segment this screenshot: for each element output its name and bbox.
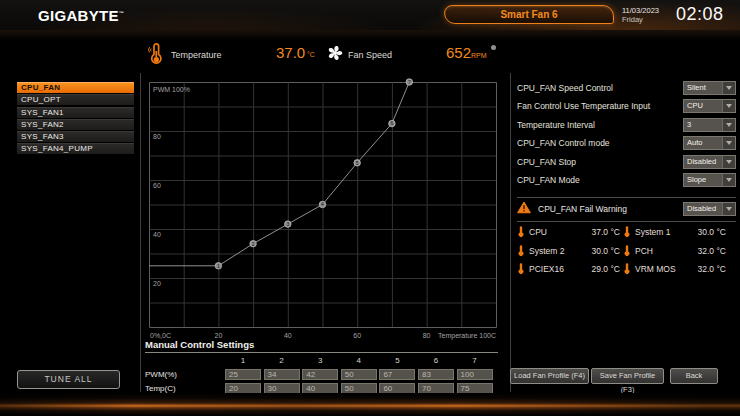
temperature-label: Temperature bbox=[171, 50, 222, 60]
sensor-value: 29.0 °C bbox=[592, 264, 623, 274]
sidebar-item-sys_fan2[interactable]: SYS_FAN2 bbox=[17, 119, 134, 130]
pwm-row-cell-6[interactable]: 83 bbox=[418, 369, 454, 380]
curve-point-7[interactable]: 7 bbox=[406, 79, 413, 86]
thermometer-mini-icon bbox=[517, 263, 525, 275]
sensor-pciex16: PCIEX1629.0 °C bbox=[517, 263, 623, 275]
sidebar-item-sys_fan4_pump[interactable]: SYS_FAN4_PUMP bbox=[17, 143, 134, 154]
chevron-down-icon[interactable] bbox=[722, 119, 735, 131]
pwm-row-label: PWM(%) bbox=[145, 369, 177, 380]
panel-separator-top bbox=[517, 197, 736, 198]
svg-text:PWM 100%: PWM 100% bbox=[153, 86, 190, 93]
manual-column-headers: 1234567 bbox=[145, 356, 498, 366]
chevron-down-icon[interactable] bbox=[722, 174, 735, 186]
svg-text:7: 7 bbox=[408, 79, 411, 85]
dropdown-temperature-interval[interactable]: 3 bbox=[683, 118, 736, 132]
chevron-down-icon[interactable] bbox=[722, 82, 735, 94]
svg-text:40: 40 bbox=[153, 231, 161, 238]
sensor-cpu: CPU37.0 °C bbox=[517, 226, 623, 238]
dropdown-cpu-fan-mode[interactable]: Slope bbox=[683, 173, 736, 187]
svg-text:20: 20 bbox=[153, 280, 161, 287]
setting-row-cpu-fan-mode: CPU_FAN ModeSlope bbox=[517, 173, 736, 188]
pwm-row-cell-5[interactable]: 67 bbox=[379, 369, 415, 380]
sensor-label: System 2 bbox=[529, 246, 564, 256]
manual-column-6: 6 bbox=[418, 356, 454, 365]
temperature-unit: °C bbox=[307, 51, 315, 58]
dropdown-fan-control-use-temperature-input[interactable]: CPU bbox=[683, 99, 736, 113]
manual-title: Manual Control Settings bbox=[145, 339, 498, 353]
sensor-label: PCIEX16 bbox=[529, 264, 564, 274]
pwm-row-cell-4[interactable]: 50 bbox=[341, 369, 377, 380]
setting-label: CPU_FAN Control mode bbox=[517, 138, 610, 148]
curve-point-4[interactable]: 4 bbox=[319, 201, 326, 208]
pwm-row-cell-3[interactable]: 42 bbox=[302, 369, 338, 380]
sidebar-item-sys_fan3[interactable]: SYS_FAN3 bbox=[17, 131, 134, 142]
sidebar-item-cpu_fan[interactable]: CPU_FAN bbox=[17, 82, 134, 93]
svg-text:5: 5 bbox=[356, 160, 359, 166]
svg-text:2: 2 bbox=[252, 241, 255, 247]
chevron-down-icon[interactable] bbox=[722, 203, 735, 215]
sensor-value: 37.0 °C bbox=[592, 227, 623, 237]
left-divider bbox=[140, 73, 141, 392]
fail-warning-dropdown-slot: Disabled bbox=[683, 202, 736, 216]
svg-text:60: 60 bbox=[353, 332, 361, 339]
setting-row-temperature-interval: Temperature Interval3 bbox=[517, 117, 736, 132]
thermometer-icon bbox=[148, 43, 164, 70]
manual-column-4: 4 bbox=[341, 356, 377, 365]
load-fan-profile-button[interactable]: Load Fan Profile (F4) bbox=[510, 368, 589, 384]
gigabyte-logo: GIGABYTE™ bbox=[38, 7, 124, 24]
status-dot bbox=[491, 45, 496, 50]
tune-all-button[interactable]: TUNE ALL bbox=[17, 370, 120, 389]
thermometer-mini-icon bbox=[517, 226, 525, 238]
top-bar: GIGABYTE™ Smart Fan 6 11/03/2023 Friday … bbox=[0, 0, 740, 30]
back-button[interactable]: Back bbox=[670, 368, 718, 384]
thermometer-mini-icon bbox=[623, 263, 631, 275]
sidebar-item-cpu_opt[interactable]: CPU_OPT bbox=[17, 94, 134, 105]
curve-point-2[interactable]: 2 bbox=[250, 240, 257, 247]
sensor-value: 32.0 °C bbox=[698, 246, 729, 256]
pwm-row-cell-2[interactable]: 34 bbox=[264, 369, 300, 380]
svg-text:20: 20 bbox=[215, 332, 223, 339]
pwm-row: PWM(%) 253442506783100 bbox=[145, 369, 498, 380]
sensor-system-1: System 130.0 °C bbox=[623, 226, 729, 238]
pwm-row-cell-1[interactable]: 25 bbox=[225, 369, 261, 380]
clock-display: 02:08 bbox=[676, 4, 724, 25]
manual-column-7: 7 bbox=[457, 356, 493, 365]
curve-point-1[interactable]: 1 bbox=[215, 263, 222, 270]
svg-text:60: 60 bbox=[153, 182, 161, 189]
chevron-down-icon[interactable] bbox=[722, 100, 735, 112]
fan-speed-label: Fan Speed bbox=[348, 50, 392, 60]
dropdown-cpu-fan-stop[interactable]: Disabled bbox=[683, 155, 736, 169]
dropdown-value: CPU bbox=[684, 100, 722, 112]
sensor-label: VRM MOS bbox=[635, 264, 676, 274]
manual-column-1: 1 bbox=[225, 356, 261, 365]
svg-text:80: 80 bbox=[153, 133, 161, 140]
fan-curve-chart[interactable]: PWM 100%806040200%,0C20406080Temperature… bbox=[149, 82, 498, 344]
manual-column-2: 2 bbox=[264, 356, 300, 365]
svg-text:1: 1 bbox=[217, 263, 220, 269]
curve-point-3[interactable]: 3 bbox=[285, 221, 292, 228]
setting-row-cpu-fan-control-mode: CPU_FAN Control modeAuto bbox=[517, 136, 736, 151]
pwm-row-cell-7[interactable]: 100 bbox=[457, 369, 493, 380]
tab-smart-fan-6[interactable]: Smart Fan 6 bbox=[444, 5, 614, 24]
sidebar-item-sys_fan1[interactable]: SYS_FAN1 bbox=[17, 107, 134, 118]
curve-point-5[interactable]: 5 bbox=[354, 160, 361, 167]
dropdown-fail-warning[interactable]: Disabled bbox=[683, 202, 736, 216]
manual-column-5: 5 bbox=[379, 356, 415, 365]
curve-point-6[interactable]: 6 bbox=[389, 120, 396, 127]
chevron-down-icon[interactable] bbox=[722, 156, 735, 168]
fan-channel-list: CPU_FANCPU_OPTSYS_FAN1SYS_FAN2SYS_FAN3SY… bbox=[17, 82, 134, 156]
save-fan-profile-button[interactable]: Save Fan Profile (F3) bbox=[591, 368, 664, 384]
dropdown-cpu-fan-control-mode[interactable]: Auto bbox=[683, 136, 736, 150]
sensor-system-2: System 230.0 °C bbox=[517, 245, 623, 257]
svg-text:0%,0C: 0%,0C bbox=[150, 332, 171, 339]
sensor-grid: CPU37.0 °CSystem 130.0 °CSystem 230.0 °C… bbox=[517, 226, 730, 282]
panel-separator-bottom bbox=[517, 221, 736, 222]
chevron-down-icon[interactable] bbox=[722, 137, 735, 149]
sensor-label: PCH bbox=[635, 246, 653, 256]
thermometer-mini-icon bbox=[623, 245, 631, 257]
fail-warning-label: CPU_FAN Fail Warning bbox=[538, 204, 627, 214]
fan-curve-svg: PWM 100%806040200%,0C20406080Temperature… bbox=[149, 82, 498, 344]
sensor-label: System 1 bbox=[635, 227, 670, 237]
dropdown-value: Auto bbox=[684, 137, 722, 149]
dropdown-cpu-fan-speed-control[interactable]: Silent bbox=[683, 81, 736, 95]
